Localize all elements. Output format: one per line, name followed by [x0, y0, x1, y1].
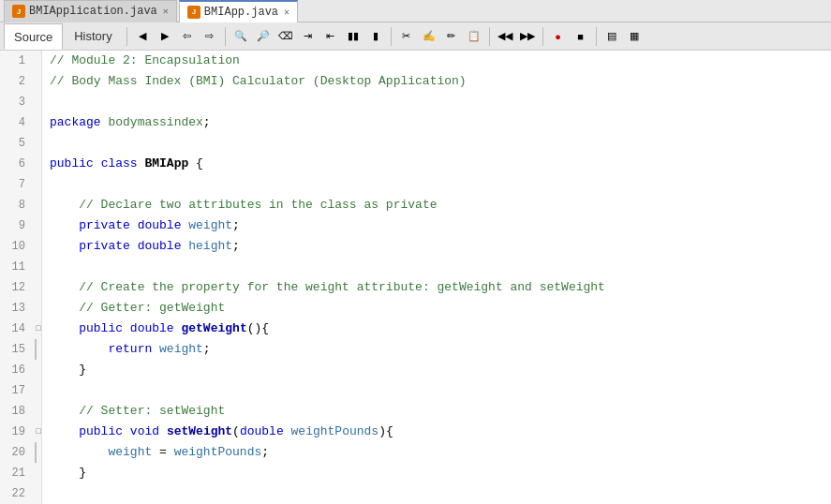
- tab-close-bmiapp[interactable]: ✕: [284, 7, 289, 18]
- code-line-6: public class BMIApp {: [50, 154, 831, 174]
- code-line-10: private double height;: [50, 236, 831, 257]
- line-row-6: 6: [0, 154, 41, 174]
- line-row-11: 11: [0, 257, 41, 277]
- code-line-11: [50, 257, 831, 277]
- fold-bar-20: [35, 442, 37, 463]
- line-num-9: 9: [0, 215, 33, 236]
- line-num-11: 11: [0, 257, 33, 277]
- tab-bmiapp[interactable]: J BMIApp.java ✕: [179, 0, 298, 22]
- line-num-5: 5: [0, 133, 33, 154]
- code-line-12: // Create the property for the weight at…: [50, 277, 831, 298]
- code-content[interactable]: // Module 2: Encapsulation // Body Mass …: [42, 51, 831, 504]
- toolbar-btn-stop[interactable]: ■: [571, 26, 591, 47]
- code-line-13: // Getter: getWeight: [50, 298, 831, 319]
- toolbar-sep-5: [542, 27, 543, 46]
- toolbar-btn-find2[interactable]: ⇥: [298, 26, 319, 47]
- java-file-icon: J: [12, 5, 25, 18]
- toolbar-btn-metrics[interactable]: ▤: [601, 26, 622, 47]
- code-line-5: [50, 133, 831, 154]
- toolbar-btn-search2[interactable]: 🔎: [253, 26, 274, 47]
- code-area: 1 2 3 4 5 6 7 8 9 10 11: [0, 51, 831, 504]
- line-row-10: 10: [0, 236, 41, 257]
- source-tab[interactable]: Source: [4, 23, 63, 50]
- toolbar: Source History ◀ ▶ ⇦ ⇨ 🔍 🔎 ⌫ ⇥ ⇤ ▮▮ ▮ ✂ …: [0, 22, 831, 51]
- line-row-5: 5: [0, 133, 41, 154]
- line-row-15: 15: [0, 339, 41, 360]
- line-num-3: 3: [0, 92, 33, 112]
- toolbar-btn-toggle2[interactable]: ▮: [365, 26, 386, 47]
- tab-bar: J BMIApplication.java ✕ J BMIApp.java ✕: [0, 0, 831, 22]
- toolbar-btn-cut[interactable]: ✂: [396, 26, 417, 47]
- toolbar-btn-indent-right[interactable]: ▶▶: [517, 26, 538, 47]
- tab-label: BMIApplication.java: [29, 5, 157, 18]
- line-num-17: 17: [0, 380, 33, 401]
- tab-close-bmiapplication[interactable]: ✕: [163, 6, 169, 17]
- line-num-16: 16: [0, 360, 33, 380]
- code-line-19: public void setWeight(double weightPound…: [50, 422, 831, 442]
- history-tab[interactable]: History: [65, 23, 121, 50]
- line-num-10: 10: [0, 236, 33, 257]
- code-line-9: private double weight;: [50, 215, 831, 236]
- toolbar-btn-metrics2[interactable]: ▦: [624, 26, 645, 47]
- toolbar-btn-paste2[interactable]: 📋: [464, 26, 484, 47]
- toolbar-btn-back[interactable]: ◀: [132, 26, 153, 47]
- toolbar-btn-find[interactable]: ⌫: [275, 26, 296, 47]
- fold-bar-15: [35, 339, 37, 360]
- line-num-22: 22: [0, 483, 33, 504]
- tab-bmiapplication[interactable]: J BMIApplication.java ✕: [4, 0, 177, 22]
- line-num-18: 18: [0, 401, 33, 422]
- line-row-14: 14 □: [0, 319, 41, 339]
- toolbar-btn-copy[interactable]: ✍: [419, 26, 439, 47]
- line-row-13: 13: [0, 298, 41, 319]
- code-line-2: // Body Mass Index (BMI) Calculator (Des…: [50, 71, 831, 92]
- line-num-21: 21: [0, 463, 33, 483]
- line-row-7: 7: [0, 174, 41, 195]
- line-row-3: 3: [0, 92, 41, 112]
- code-line-17: [50, 380, 831, 401]
- toolbar-sep-4: [489, 27, 490, 46]
- toolbar-btn-prev[interactable]: ⇦: [177, 26, 198, 47]
- java-file-icon-active: J: [187, 6, 200, 19]
- code-line-1: // Module 2: Encapsulation: [50, 51, 831, 71]
- line-num-8: 8: [0, 195, 33, 215]
- code-line-22: [50, 483, 831, 504]
- toolbar-btn-paste[interactable]: ✏: [441, 26, 462, 47]
- code-line-3: [50, 92, 831, 112]
- line-row-17: 17: [0, 380, 41, 401]
- line-num-1: 1: [0, 51, 33, 71]
- code-line-16: }: [50, 360, 831, 380]
- tab-label-active: BMIApp.java: [204, 6, 278, 19]
- code-line-15: return weight;: [50, 339, 831, 360]
- line-num-12: 12: [0, 277, 33, 298]
- fold-icon-14[interactable]: □: [34, 324, 43, 334]
- line-num-4: 4: [0, 112, 33, 133]
- line-num-6: 6: [0, 154, 33, 174]
- line-row-12: 12: [0, 277, 41, 298]
- line-num-7: 7: [0, 174, 33, 195]
- line-numbers: 1 2 3 4 5 6 7 8 9 10 11: [0, 51, 42, 504]
- toolbar-btn-search[interactable]: 🔍: [230, 26, 251, 47]
- code-line-4: package bodymassindex;: [50, 112, 831, 133]
- fold-icon-19[interactable]: □: [34, 427, 43, 437]
- toolbar-btn-toggle[interactable]: ▮▮: [343, 26, 364, 47]
- toolbar-btn-replace[interactable]: ⇤: [320, 26, 341, 47]
- toolbar-sep-1: [126, 27, 127, 46]
- line-num-19: 19: [0, 422, 33, 442]
- code-line-8: // Declare two attributes in the class a…: [50, 195, 831, 215]
- toolbar-btn-indent-left[interactable]: ◀◀: [495, 26, 515, 47]
- line-num-14: 14: [0, 319, 33, 339]
- toolbar-btn-forward[interactable]: ▶: [155, 26, 175, 47]
- line-row-2: 2: [0, 71, 41, 92]
- toolbar-sep-2: [225, 27, 226, 46]
- line-row-4: 4: [0, 112, 41, 133]
- line-row-1: 1: [0, 51, 41, 71]
- line-num-2: 2: [0, 71, 33, 92]
- toolbar-btn-next[interactable]: ⇨: [200, 26, 220, 47]
- line-row-16: 16: [0, 360, 41, 380]
- line-row-22: 22: [0, 483, 41, 504]
- toolbar-btn-run[interactable]: ●: [548, 26, 569, 47]
- line-num-13: 13: [0, 298, 33, 319]
- line-num-20: 20: [0, 442, 33, 463]
- line-row-19: 19 □: [0, 422, 41, 442]
- code-line-14: public double getWeight(){: [50, 319, 831, 339]
